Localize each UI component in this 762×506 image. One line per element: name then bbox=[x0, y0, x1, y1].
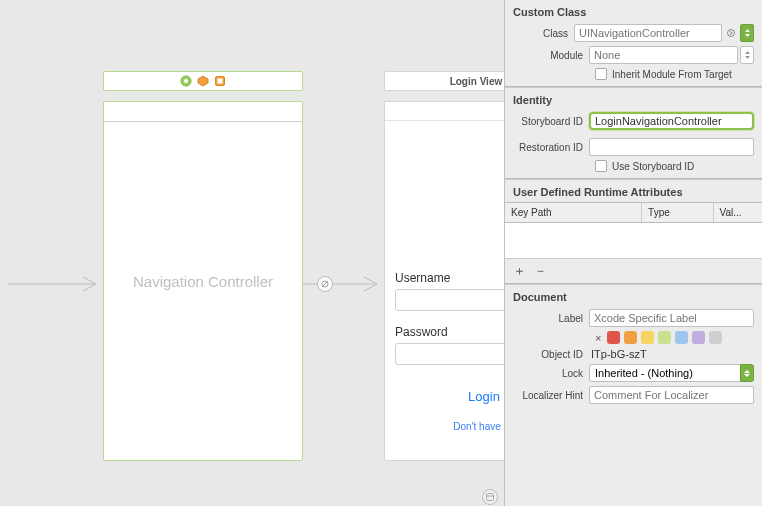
navigation-controller-label: Navigation Controller bbox=[133, 273, 273, 290]
color-swatch[interactable] bbox=[692, 331, 705, 344]
view-controller-icon bbox=[197, 75, 209, 87]
lock-field[interactable] bbox=[589, 364, 740, 382]
module-dropdown[interactable] bbox=[740, 46, 754, 64]
jump-to-class-icon[interactable] bbox=[724, 24, 738, 42]
svg-marker-14 bbox=[745, 51, 750, 54]
col-value: Val... bbox=[714, 203, 763, 222]
use-storyboard-id-label: Use Storyboard ID bbox=[612, 161, 694, 172]
storyboard-id-field[interactable] bbox=[589, 112, 754, 130]
doc-label-field[interactable] bbox=[589, 309, 754, 327]
lock-label: Lock bbox=[513, 368, 589, 379]
inherit-module-checkbox[interactable] bbox=[595, 68, 607, 80]
svg-marker-13 bbox=[745, 34, 750, 37]
custom-class-header: Custom Class bbox=[505, 0, 762, 22]
class-label: Class bbox=[513, 28, 574, 39]
exit-icon bbox=[214, 75, 226, 87]
navigation-controller-scene[interactable]: Navigation Controller bbox=[103, 71, 303, 461]
add-runtime-attr-button[interactable]: ＋ bbox=[513, 262, 526, 280]
localizer-hint-field[interactable] bbox=[589, 386, 754, 404]
use-storyboard-id-checkbox[interactable] bbox=[595, 160, 607, 172]
document-outline-pin[interactable] bbox=[482, 489, 498, 505]
svg-marker-15 bbox=[745, 56, 750, 59]
lock-dropdown[interactable] bbox=[740, 364, 754, 382]
object-id-value: ITp-bG-szT bbox=[589, 348, 647, 360]
col-type: Type bbox=[642, 203, 713, 222]
module-field[interactable] bbox=[589, 46, 738, 64]
runtime-table-body[interactable] bbox=[505, 223, 762, 259]
runtime-table-header: Key Path Type Val... bbox=[505, 202, 762, 223]
color-swatch-row: × bbox=[505, 329, 762, 346]
localizer-hint-label: Localizer Hint bbox=[513, 390, 589, 401]
clear-color-icon[interactable]: × bbox=[595, 332, 601, 344]
color-swatch[interactable] bbox=[658, 331, 671, 344]
restoration-id-field[interactable] bbox=[589, 138, 754, 156]
color-swatch[interactable] bbox=[709, 331, 722, 344]
svg-marker-3 bbox=[198, 76, 208, 86]
navigation-bar bbox=[104, 102, 302, 122]
identity-inspector: Custom Class Class Module Inherit Module… bbox=[504, 0, 762, 506]
doc-label-label: Label bbox=[513, 313, 589, 324]
entry-arrow bbox=[8, 275, 103, 293]
color-swatch[interactable] bbox=[624, 331, 637, 344]
module-label: Module bbox=[513, 50, 589, 61]
document-header: Document bbox=[505, 284, 762, 307]
color-swatch[interactable] bbox=[607, 331, 620, 344]
first-responder-icon bbox=[180, 75, 192, 87]
svg-point-2 bbox=[184, 79, 188, 83]
identity-header: Identity bbox=[505, 87, 762, 110]
scene-dock[interactable] bbox=[103, 71, 303, 91]
svg-marker-12 bbox=[745, 29, 750, 32]
restoration-id-label: Restoration ID bbox=[513, 142, 589, 153]
svg-rect-5 bbox=[218, 79, 223, 84]
runtime-attrs-header: User Defined Runtime Attributes bbox=[505, 179, 762, 202]
class-dropdown[interactable] bbox=[740, 24, 754, 42]
navigation-controller-body[interactable]: Navigation Controller bbox=[103, 101, 303, 461]
segue-pin[interactable] bbox=[317, 276, 333, 292]
svg-point-11 bbox=[728, 30, 735, 37]
object-id-label: Object ID bbox=[513, 349, 589, 360]
remove-runtime-attr-button[interactable]: － bbox=[534, 262, 547, 280]
color-swatch[interactable] bbox=[641, 331, 654, 344]
inherit-module-label: Inherit Module From Target bbox=[612, 69, 732, 80]
color-swatch[interactable] bbox=[675, 331, 688, 344]
segue-arrow bbox=[303, 275, 384, 293]
storyboard-id-label: Storyboard ID bbox=[513, 116, 589, 127]
class-field[interactable] bbox=[574, 24, 722, 42]
col-keypath: Key Path bbox=[505, 203, 642, 222]
svg-rect-9 bbox=[487, 494, 494, 501]
